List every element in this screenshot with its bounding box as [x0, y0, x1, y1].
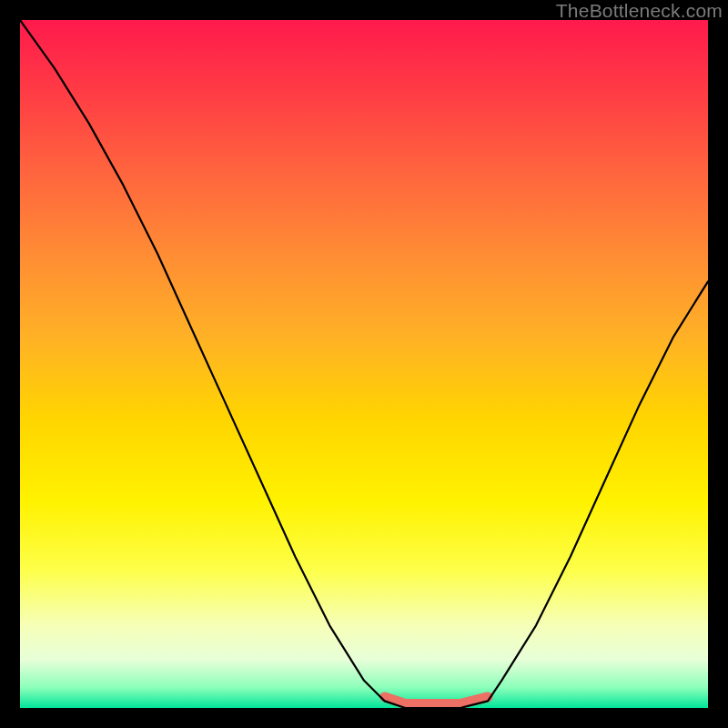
bottleneck-curve: [20, 20, 708, 708]
chart-frame: TheBottleneck.com: [0, 0, 728, 728]
curve-layer: [20, 20, 708, 708]
watermark-text: TheBottleneck.com: [556, 0, 723, 22]
plot-area: [20, 20, 708, 708]
plateau-highlight: [385, 697, 488, 704]
